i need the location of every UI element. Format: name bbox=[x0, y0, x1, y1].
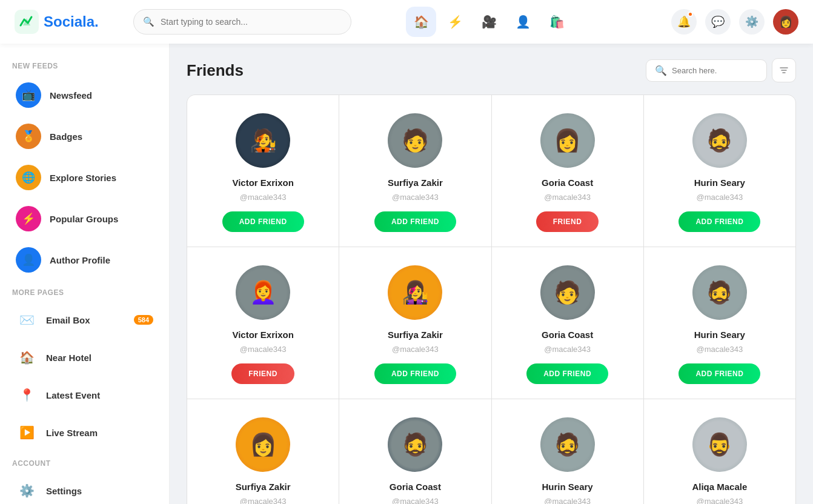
friend-avatar: 🧔 bbox=[692, 265, 747, 320]
friend-handle: @macale343 bbox=[696, 345, 743, 354]
friend-card: 🧑 Goria Coast @macale343 ADD FRIEND bbox=[492, 247, 643, 399]
friend-name: Surfiya Zakir bbox=[388, 177, 443, 188]
sidebar-section-new-feeds: New Feeds bbox=[12, 62, 157, 70]
friend-name: Surfiya Zakir bbox=[236, 482, 291, 492]
email-box-icon: ✉️ bbox=[16, 309, 38, 331]
friend-avatar: 👩 bbox=[236, 417, 290, 472]
add-friend-btn[interactable]: ADD FRIEND bbox=[679, 363, 760, 384]
add-friend-btn[interactable]: ADD FRIEND bbox=[679, 211, 760, 232]
search-icon: 🔍 bbox=[143, 16, 154, 27]
nav-video-btn[interactable]: 🎥 bbox=[474, 7, 504, 37]
nav-home-btn[interactable]: 🏠 bbox=[406, 7, 436, 37]
add-friend-btn[interactable]: ADD FRIEND bbox=[374, 211, 456, 232]
friend-btn[interactable]: FRIEND bbox=[231, 363, 294, 384]
nav-person-btn[interactable]: 👤 bbox=[508, 7, 538, 37]
logo-area: Sociala. bbox=[15, 10, 124, 34]
message-btn[interactable]: 💬 bbox=[705, 9, 731, 35]
logo-icon bbox=[15, 10, 39, 34]
friend-avatar: 👩‍🦰 bbox=[236, 265, 290, 320]
friend-name: Goria Coast bbox=[542, 177, 593, 188]
sidebar-item-popular-groups[interactable]: ⚡ Popular Groups bbox=[7, 200, 162, 237]
friend-btn[interactable]: FRIEND bbox=[536, 211, 599, 232]
sidebar: New Feeds 📺 Newsfeed 🏅 Badges 🌐 Explore … bbox=[0, 44, 170, 504]
friend-card: 🧔‍♂️ Aliqa Macale @macale343 ADD FRIEND bbox=[644, 399, 795, 504]
friend-handle: @macale343 bbox=[696, 193, 743, 202]
friend-avatar: 👩‍🎤 bbox=[388, 265, 442, 320]
add-friend-btn[interactable]: ADD FRIEND bbox=[222, 211, 304, 232]
friend-card: 🧔 Hurin Seary @macale343 ADD FRIEND bbox=[644, 95, 795, 247]
sidebar-item-explore-stories[interactable]: 🌐 Explore Stories bbox=[7, 159, 162, 196]
sidebar-item-live-stream[interactable]: ▶️ Live Stream bbox=[7, 416, 162, 449]
friend-avatar: 🧔 bbox=[692, 113, 747, 168]
friend-card: 🧔 Hurin Seary @macale343 ADD FRIEND bbox=[644, 247, 795, 399]
page-header: Friends 🔍 bbox=[187, 58, 796, 82]
latest-event-icon: 📍 bbox=[16, 384, 38, 406]
newsfeed-icon: 📺 bbox=[16, 82, 41, 108]
near-hotel-icon: 🏠 bbox=[16, 346, 38, 368]
sidebar-item-latest-event[interactable]: 📍 Latest Event bbox=[7, 378, 162, 412]
add-friend-btn[interactable]: ADD FRIEND bbox=[526, 363, 608, 384]
friend-handle: @macale343 bbox=[240, 345, 287, 354]
main-layout: New Feeds 📺 Newsfeed 🏅 Badges 🌐 Explore … bbox=[0, 44, 813, 504]
sidebar-item-near-hotel[interactable]: 🏠 Near Hotel bbox=[7, 340, 162, 374]
friend-card: 🧔 Goria Coast @macale343 ADD FRIEND bbox=[339, 399, 491, 504]
friend-name: Hurin Seary bbox=[542, 482, 593, 492]
friend-handle: @macale343 bbox=[544, 345, 591, 354]
settings-btn[interactable]: ⚙️ bbox=[739, 9, 765, 35]
nav-flash-btn[interactable]: ⚡ bbox=[440, 7, 470, 37]
friend-handle: @macale343 bbox=[392, 193, 439, 202]
user-avatar-btn[interactable]: 👩 bbox=[773, 9, 798, 35]
sidebar-item-email-box[interactable]: ✉️ Email Box 584 bbox=[7, 303, 162, 337]
sidebar-item-author-profile[interactable]: 👤 Author Profile bbox=[7, 241, 162, 279]
filter-btn[interactable] bbox=[772, 58, 796, 82]
friend-name: Hurin Seary bbox=[694, 177, 745, 188]
friend-card: 👩‍🎤 Surfiya Zakir @macale343 ADD FRIEND bbox=[339, 247, 491, 399]
explore-stories-label: Explore Stories bbox=[50, 173, 116, 183]
sidebar-item-badges[interactable]: 🏅 Badges bbox=[7, 118, 162, 155]
badges-label: Badges bbox=[50, 131, 82, 142]
friend-name: Goria Coast bbox=[390, 482, 441, 492]
header-search-icon: 🔍 bbox=[655, 65, 667, 76]
friend-handle: @macale343 bbox=[696, 497, 743, 504]
settings-label: Settings bbox=[46, 486, 82, 496]
notification-btn[interactable]: 🔔 bbox=[671, 9, 697, 35]
friend-avatar: 🧑 bbox=[388, 113, 442, 168]
explore-stories-icon: 🌐 bbox=[16, 165, 41, 190]
friend-name: Hurin Seary bbox=[694, 330, 745, 340]
top-navigation: Sociala. 🔍 🏠 ⚡ 🎥 👤 🛍️ 🔔 💬 ⚙️ 👩 bbox=[0, 0, 813, 44]
sidebar-item-settings[interactable]: ⚙️ Settings bbox=[7, 474, 162, 504]
author-profile-label: Author Profile bbox=[50, 255, 110, 265]
live-stream-label: Live Stream bbox=[46, 428, 98, 438]
header-search-box: 🔍 bbox=[646, 59, 767, 82]
sidebar-section-more-pages: More Pages bbox=[12, 288, 157, 297]
nav-bag-btn[interactable]: 🛍️ bbox=[542, 7, 572, 37]
friend-card: 👩‍🦰 Victor Exrixon @macale343 FRIEND bbox=[187, 247, 339, 399]
header-search-input[interactable] bbox=[672, 66, 757, 75]
friend-card: 👩 Surfiya Zakir @macale343 ADD FRIEND bbox=[187, 399, 339, 504]
search-bar: 🔍 bbox=[133, 9, 351, 35]
badges-icon: 🏅 bbox=[16, 124, 41, 149]
popular-groups-label: Popular Groups bbox=[50, 214, 118, 224]
page-title: Friends bbox=[187, 61, 244, 80]
friend-name: Surfiya Zakir bbox=[388, 330, 443, 340]
friend-handle: @macale343 bbox=[544, 193, 591, 202]
friend-card: 🧑 Surfiya Zakir @macale343 ADD FRIEND bbox=[339, 95, 491, 247]
friend-name: Aliqa Macale bbox=[692, 482, 747, 492]
header-search-area: 🔍 bbox=[646, 58, 796, 82]
friend-name: Victor Exrixon bbox=[232, 330, 293, 340]
add-friend-btn[interactable]: ADD FRIEND bbox=[374, 363, 456, 384]
search-input[interactable] bbox=[133, 9, 351, 35]
right-icons: 🔔 💬 ⚙️ 👩 bbox=[671, 9, 798, 35]
near-hotel-label: Near Hotel bbox=[46, 353, 91, 363]
settings-icon: ⚙️ bbox=[16, 480, 38, 502]
newsfeed-label: Newsfeed bbox=[50, 90, 92, 101]
sidebar-item-newsfeed[interactable]: 📺 Newsfeed bbox=[7, 76, 162, 114]
email-badge: 584 bbox=[134, 315, 153, 325]
friend-handle: @macale343 bbox=[392, 497, 439, 504]
friends-grid: 🧑‍🎤 Victor Exrixon @macale343 ADD FRIEND… bbox=[187, 94, 796, 504]
latest-event-label: Latest Event bbox=[46, 390, 100, 400]
friend-avatar: 🧔 bbox=[540, 417, 595, 472]
friend-card: 👩 Goria Coast @macale343 FRIEND bbox=[492, 95, 643, 247]
author-profile-icon: 👤 bbox=[16, 247, 41, 273]
nav-icons: 🏠 ⚡ 🎥 👤 🛍️ bbox=[406, 7, 572, 37]
